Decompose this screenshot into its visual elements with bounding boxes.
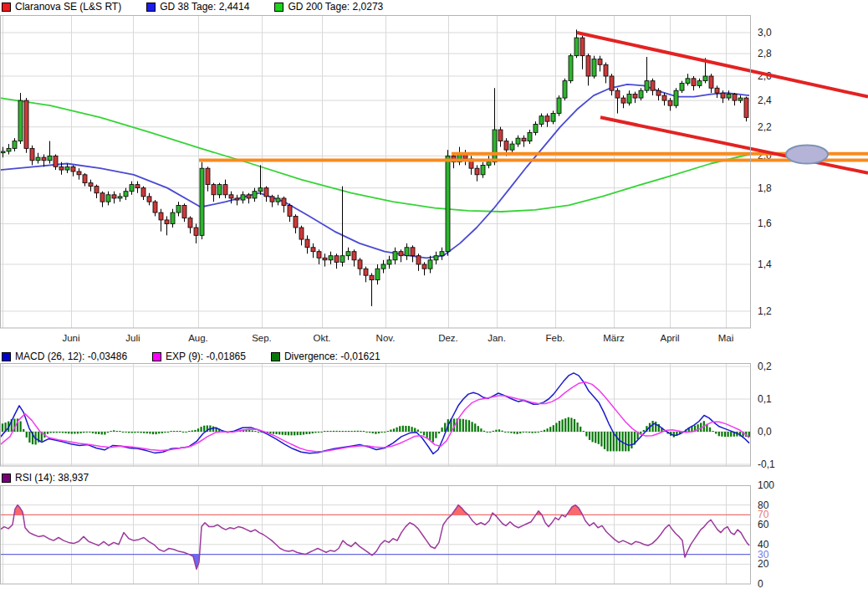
- divergence-label: Divergence: -0,01621: [284, 351, 380, 362]
- gd200-swatch: [274, 3, 283, 12]
- month-label: Sep.: [252, 333, 272, 343]
- macd-legend: MACD (26, 12): -0,03486 EXP (9): -0,0186…: [2, 351, 406, 362]
- month-label: Feb.: [545, 333, 564, 343]
- price-legend: Claranova SE (L&S RT) GD 38 Tage: 2,4414…: [2, 1, 408, 13]
- price-tick-label: 1,6: [758, 218, 772, 229]
- rsi-tick-label: 60: [758, 519, 769, 530]
- legend-item-rsi: RSI (14): 38,937: [2, 472, 89, 484]
- month-label: Aug.: [188, 333, 208, 343]
- rsi-tick-label: 20: [758, 558, 769, 570]
- gd38-label: GD 38 Tage: 2,4414: [160, 1, 249, 13]
- rsi-label: RSI (14): 38,937: [15, 472, 89, 484]
- macd-tick-label: 0,0: [758, 426, 772, 438]
- price-panel[interactable]: [0, 15, 751, 328]
- price-series-swatch: [2, 3, 11, 12]
- legend-item-exp: EXP (9): -0,01865: [152, 351, 246, 362]
- month-label: Juli: [125, 333, 140, 343]
- month-label: Okt.: [313, 333, 330, 343]
- macd-swatch: [2, 352, 11, 361]
- price-tick-label: 1,4: [758, 259, 772, 270]
- rsi-panel[interactable]: [0, 485, 751, 584]
- legend-item-divergence: Divergence: -0,01621: [271, 351, 380, 362]
- macd-tick-label: 0,1: [758, 393, 772, 405]
- rsi-swatch: [2, 474, 11, 483]
- month-label: Dez.: [438, 333, 458, 343]
- gd38-swatch: [146, 3, 156, 12]
- price-tick-label: 3,0: [758, 27, 772, 38]
- price-tick-label: 1,8: [758, 182, 772, 194]
- macd-tick-label: 0,2: [758, 361, 772, 372]
- price-tick-label: 1,2: [758, 305, 772, 317]
- rsi-legend: RSI (14): 38,937: [2, 472, 114, 484]
- price-series-label: Claranova SE (L&S RT): [15, 1, 121, 13]
- month-label: Juni: [62, 333, 79, 343]
- gd200-label: GD 200 Tage: 2,0273: [288, 1, 383, 13]
- legend-item-price: Claranova SE (L&S RT): [2, 1, 121, 13]
- macd-tick-label: -0,1: [758, 458, 775, 470]
- price-tick-label: 2,8: [758, 48, 772, 59]
- price-tick-label: 2,4: [758, 95, 772, 106]
- exp-label: EXP (9): -0,01865: [166, 351, 246, 362]
- rsi-tick-label: 100: [758, 479, 774, 491]
- month-label: Jan.: [488, 333, 506, 343]
- stock-chart-canvas: 3,02,82,62,42,22,01,81,61,41,2JuniJuliAu…: [0, 0, 868, 594]
- exp-swatch: [152, 352, 161, 361]
- divergence-swatch: [271, 352, 280, 361]
- month-label: März: [603, 333, 625, 343]
- month-label: April: [660, 333, 679, 343]
- month-label: Nov.: [376, 333, 396, 343]
- price-tick-label: 2,2: [758, 121, 772, 133]
- legend-item-macd: MACD (26, 12): -0,03486: [2, 351, 127, 362]
- rsi-tick-label: 0: [758, 578, 763, 590]
- legend-item-gd200: GD 200 Tage: 2,0273: [274, 1, 383, 13]
- legend-item-gd38: GD 38 Tage: 2,4414: [146, 1, 249, 13]
- month-label: Mai: [718, 333, 734, 343]
- macd-label: MACD (26, 12): -0,03486: [15, 351, 127, 362]
- macd-panel[interactable]: [0, 363, 751, 466]
- highlight-ellipse: [786, 146, 828, 164]
